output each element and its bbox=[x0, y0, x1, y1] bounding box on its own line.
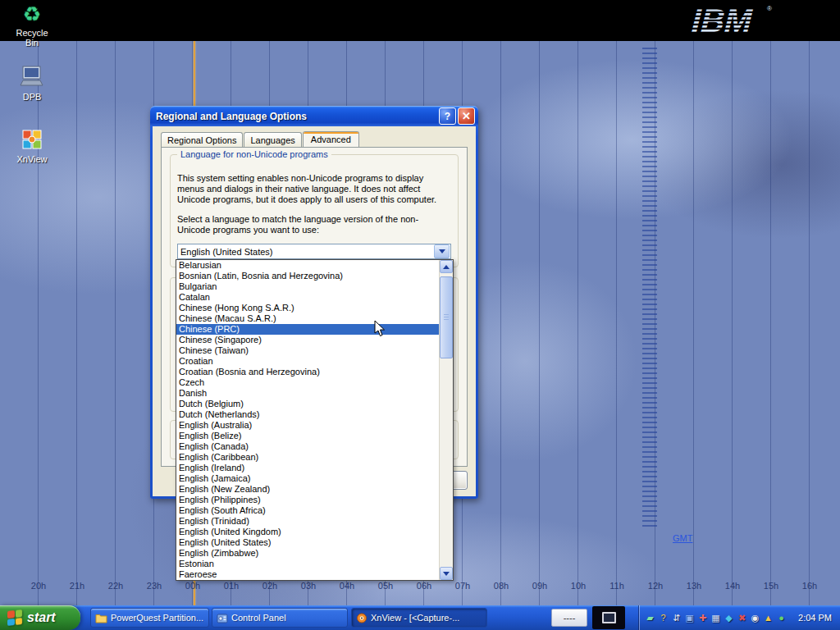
tab-languages[interactable]: Languages bbox=[244, 132, 301, 147]
groupbox-title: Language for non-Unicode programs bbox=[177, 149, 331, 159]
desktop-icon-dpb[interactable]: DPB bbox=[8, 66, 56, 102]
taskbar-mini-segment[interactable]: ---- bbox=[551, 609, 587, 627]
recycle-bin-icon: ♻ bbox=[8, 2, 56, 26]
dropdown-item[interactable]: English (South Africa) bbox=[176, 505, 439, 516]
dropdown-item[interactable]: Faeroese bbox=[176, 569, 439, 580]
scroll-down-button[interactable] bbox=[440, 567, 453, 580]
hour-label: 20h bbox=[25, 581, 52, 591]
ibm-logo: IBM ® bbox=[686, 1, 776, 40]
taskbar-clock[interactable]: 2:04 PM bbox=[798, 613, 840, 623]
dropdown-item[interactable]: Croatian (Bosnia and Herzegovina) bbox=[176, 367, 439, 377]
language-combobox[interactable]: English (United States) bbox=[177, 244, 451, 259]
dropdown-scrollbar[interactable] bbox=[439, 260, 453, 580]
dropdown-item[interactable]: Chinese (Taiwan) bbox=[176, 345, 439, 356]
desktop-icon-label: XnView bbox=[8, 154, 56, 164]
tray-icon-1[interactable]: ▰ bbox=[644, 611, 656, 624]
ibm-registered-mark: ® bbox=[767, 5, 772, 12]
dropdown-item[interactable]: Croatian bbox=[176, 356, 439, 367]
dropdown-item[interactable]: English (Philippines) bbox=[176, 495, 439, 505]
taskbar-task[interactable]: PowerQuest Partition... bbox=[90, 608, 209, 628]
hour-label: 09h bbox=[527, 581, 553, 591]
dropdown-item[interactable]: Estonian bbox=[176, 559, 439, 569]
dropdown-item[interactable]: Dutch (Netherlands) bbox=[176, 409, 439, 420]
dialog-title: Regional and Language Options bbox=[156, 111, 437, 122]
taskbar: start PowerQuest Partition...Control Pan… bbox=[0, 605, 840, 630]
dropdown-item[interactable]: Chinese (PRC) bbox=[176, 324, 439, 335]
combobox-dropdown-button[interactable] bbox=[434, 244, 450, 258]
hour-label: 14h bbox=[719, 581, 746, 591]
task-label: XnView - [<Capture-... bbox=[371, 613, 459, 623]
tab-strip: Regional OptionsLanguagesAdvanced bbox=[161, 131, 360, 146]
timezone-hatch-band bbox=[642, 48, 657, 527]
close-button[interactable]: ✕ bbox=[458, 107, 475, 125]
tab-advanced[interactable]: Advanced bbox=[303, 131, 359, 147]
hour-label: 16h bbox=[797, 581, 823, 591]
start-button[interactable]: start bbox=[0, 605, 80, 630]
tray-icons: ▰?⇵▣✚▦◆✖◉▲● bbox=[644, 611, 788, 624]
dropdown-item[interactable]: Chinese (Singapore) bbox=[176, 335, 439, 345]
dropdown-item[interactable]: English (Zimbabwe) bbox=[176, 548, 439, 559]
tray-icon-2[interactable]: ? bbox=[657, 611, 669, 624]
xnview-icon bbox=[8, 128, 56, 153]
groupbox-language-non-unicode: Language for non-Unicode programs This s… bbox=[170, 154, 459, 267]
tray-icon-6[interactable]: ▦ bbox=[710, 611, 722, 624]
dropdown-item[interactable]: Bosnian (Latin, Bosnia and Herzegovina) bbox=[176, 271, 439, 281]
tray-icon-4[interactable]: ▣ bbox=[683, 611, 696, 624]
dropdown-item[interactable]: Chinese (Hong Kong S.A.R.) bbox=[176, 303, 439, 313]
task-label: PowerQuest Partition... bbox=[111, 613, 203, 623]
gmt-label: GMT bbox=[673, 533, 692, 543]
tray-icon-11[interactable]: ● bbox=[775, 611, 788, 624]
dropdown-item[interactable]: English (United States) bbox=[176, 537, 439, 548]
hour-label: 23h bbox=[141, 581, 167, 591]
taskbar-task[interactable]: XnView - [<Capture-... bbox=[351, 608, 487, 628]
monitor-icon bbox=[602, 612, 616, 623]
arrow-up-icon bbox=[443, 265, 450, 269]
arrow-down-icon bbox=[443, 572, 450, 576]
dropdown-item[interactable]: English (Caribbean) bbox=[176, 452, 439, 463]
dropdown-item[interactable]: English (Canada) bbox=[176, 441, 439, 452]
hour-label: 06h bbox=[411, 581, 437, 591]
hour-label: 02h bbox=[257, 581, 283, 591]
taskbar-dark-segment[interactable] bbox=[592, 606, 625, 629]
dropdown-item[interactable]: English (New Zealand) bbox=[176, 484, 439, 495]
dropdown-item[interactable]: Catalan bbox=[176, 292, 439, 303]
tab-regional-options[interactable]: Regional Options bbox=[161, 132, 243, 147]
dropdown-item[interactable]: English (United Kingdom) bbox=[176, 527, 439, 537]
dropdown-item[interactable]: Danish bbox=[176, 388, 439, 399]
dropdown-item[interactable]: English (Jamaica) bbox=[176, 473, 439, 484]
desktop-icon-recycle-bin[interactable]: ♻ Recycle Bin bbox=[8, 2, 56, 48]
task-label: Control Panel bbox=[231, 613, 286, 623]
help-button[interactable]: ? bbox=[439, 107, 456, 125]
system-tray: ▰?⇵▣✚▦◆✖◉▲● 2:04 PM bbox=[638, 605, 840, 630]
dialog-titlebar[interactable]: Regional and Language Options ? ✕ bbox=[150, 106, 478, 126]
dropdown-item[interactable]: Belarusian bbox=[176, 260, 439, 271]
dropdown-item[interactable]: English (Ireland) bbox=[176, 463, 439, 473]
taskbar-task[interactable]: Control Panel bbox=[212, 608, 348, 628]
hour-label: 04h bbox=[334, 581, 360, 591]
scroll-up-button[interactable] bbox=[440, 260, 453, 273]
desktop-icon-label: DPB bbox=[8, 92, 56, 102]
dropdown-item[interactable]: English (Trinidad) bbox=[176, 516, 439, 527]
language-dropdown-list: BelarusianBosnian (Latin, Bosnia and Her… bbox=[176, 259, 454, 581]
dropdown-item[interactable]: Czech bbox=[176, 377, 439, 388]
scrollbar-thumb[interactable] bbox=[440, 276, 453, 358]
dropdown-item[interactable]: English (Australia) bbox=[176, 420, 439, 431]
dropdown-item[interactable]: Bulgarian bbox=[176, 281, 439, 292]
dropdown-item[interactable]: Dutch (Belgium) bbox=[176, 399, 439, 409]
desktop-icon-label: Recycle Bin bbox=[8, 28, 56, 48]
control-panel-icon bbox=[217, 613, 228, 623]
desktop-icon-xnview[interactable]: XnView bbox=[8, 128, 56, 164]
dropdown-item[interactable]: Chinese (Macau S.A.R.) bbox=[176, 313, 439, 324]
hour-label: 03h bbox=[295, 581, 322, 591]
dropdown-item[interactable]: English (Belize) bbox=[176, 431, 439, 441]
tray-icon-3[interactable]: ⇵ bbox=[670, 611, 682, 624]
tray-icon-7[interactable]: ◆ bbox=[723, 611, 735, 624]
hour-label: 00h bbox=[180, 581, 206, 591]
tray-icon-5[interactable]: ✚ bbox=[696, 611, 709, 624]
dpb-icon bbox=[8, 66, 56, 90]
tray-icon-9[interactable]: ◉ bbox=[749, 611, 761, 624]
top-black-band: ♻ Recycle Bin IBM ® bbox=[0, 0, 840, 41]
tray-icon-10[interactable]: ▲ bbox=[762, 611, 774, 624]
ibm-logo-text: IBM bbox=[687, 2, 757, 39]
tray-icon-8[interactable]: ✖ bbox=[736, 611, 748, 624]
